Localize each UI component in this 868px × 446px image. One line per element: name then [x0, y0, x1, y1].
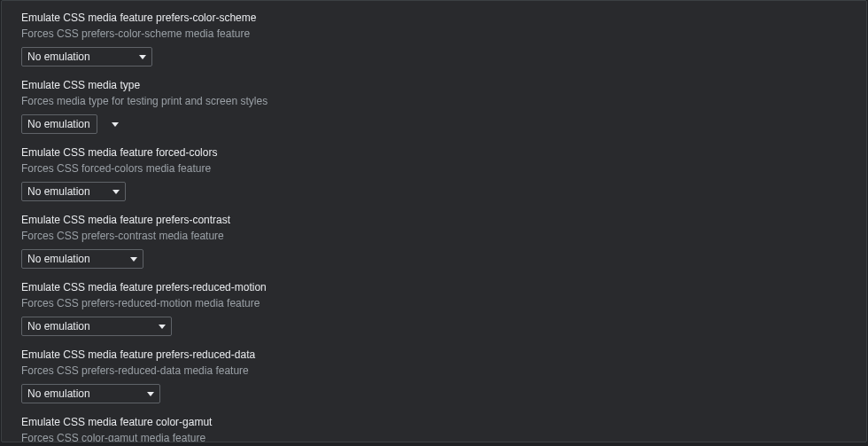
setting-title: Emulate CSS media feature forced-colors	[21, 145, 847, 160]
setting-description: Forces CSS prefers-reduced-data media fe…	[21, 363, 847, 379]
setting-color-gamut: Emulate CSS media feature color-gamut Fo…	[21, 414, 847, 442]
setting-title: Emulate CSS media type	[21, 77, 847, 93]
select-value: No emulation	[27, 387, 90, 400]
select-value: No emulation	[27, 51, 90, 63]
setting-prefers-reduced-motion: Emulate CSS media feature prefers-reduce…	[21, 279, 847, 336]
select-value: No emulation	[27, 253, 90, 265]
setting-description: Forces CSS color-gamut media feature	[21, 430, 847, 442]
dropdown-caret-icon	[147, 392, 154, 396]
setting-description: Forces CSS prefers-reduced-motion media …	[21, 295, 847, 311]
dropdown-caret-icon	[112, 122, 119, 127]
select-media-type[interactable]: No emulation	[21, 114, 97, 134]
select-value: No emulation	[27, 320, 90, 333]
dropdown-caret-icon	[159, 325, 166, 329]
setting-description: Forces CSS prefers-color-scheme media fe…	[21, 26, 847, 42]
setting-title: Emulate CSS media feature prefers-color-…	[21, 10, 847, 26]
setting-description: Forces media type for testing print and …	[21, 93, 847, 109]
setting-title: Emulate CSS media feature prefers-reduce…	[21, 347, 847, 363]
rendering-emulation-panel: Emulate CSS media feature prefers-color-…	[1, 0, 867, 442]
setting-title: Emulate CSS media feature prefers-reduce…	[21, 279, 847, 295]
dropdown-caret-icon	[112, 190, 120, 194]
select-forced-colors[interactable]: No emulation	[21, 182, 126, 201]
setting-prefers-color-scheme: Emulate CSS media feature prefers-color-…	[21, 10, 847, 67]
dropdown-caret-icon	[130, 257, 137, 262]
setting-description: Forces CSS prefers-contrast media featur…	[21, 228, 847, 244]
setting-prefers-contrast: Emulate CSS media feature prefers-contra…	[21, 212, 847, 269]
setting-prefers-reduced-data: Emulate CSS media feature prefers-reduce…	[21, 347, 847, 403]
setting-title: Emulate CSS media feature prefers-contra…	[21, 212, 847, 228]
setting-title: Emulate CSS media feature color-gamut	[21, 414, 847, 430]
setting-forced-colors: Emulate CSS media feature forced-colors …	[21, 145, 847, 201]
select-value: No emulation	[27, 118, 90, 130]
select-prefers-reduced-motion[interactable]: No emulation	[21, 317, 172, 336]
setting-media-type: Emulate CSS media type Forces media type…	[21, 77, 847, 134]
dropdown-caret-icon	[139, 55, 146, 59]
select-prefers-contrast[interactable]: No emulation	[21, 249, 143, 269]
select-value: No emulation	[27, 185, 90, 198]
select-prefers-color-scheme[interactable]: No emulation	[21, 47, 152, 67]
select-prefers-reduced-data[interactable]: No emulation	[21, 384, 160, 403]
setting-description: Forces CSS forced-colors media feature	[21, 160, 847, 176]
